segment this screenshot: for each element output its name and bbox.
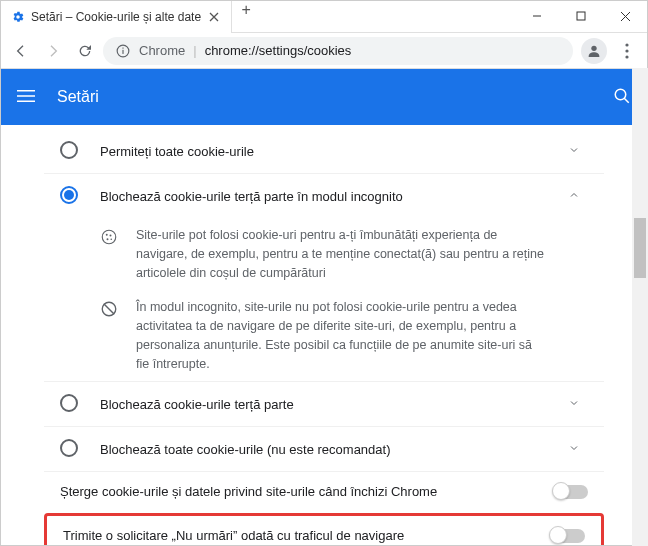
toggle-label: Trimite o solicitare „Nu urmări” odată c… bbox=[63, 528, 535, 543]
svg-point-17 bbox=[107, 238, 109, 240]
svg-rect-3 bbox=[122, 49, 123, 53]
omnibox-prefix: Chrome bbox=[139, 43, 185, 58]
svg-point-15 bbox=[106, 234, 108, 236]
svg-point-8 bbox=[625, 55, 628, 58]
minimize-button[interactable] bbox=[515, 1, 559, 31]
window-titlebar: Setări – Cookie-urile și alte date + bbox=[1, 1, 647, 33]
settings-header: Setări bbox=[1, 69, 647, 125]
close-tab-icon[interactable] bbox=[207, 10, 221, 24]
svg-point-16 bbox=[110, 235, 112, 237]
toggle-do-not-track[interactable]: Trimite o solicitare „Nu urmări” odată c… bbox=[47, 516, 601, 545]
page-title: Setări bbox=[57, 88, 593, 106]
profile-button[interactable] bbox=[581, 38, 607, 64]
radio-block-third-incognito[interactable]: Blochează cookie-urile terță parte în mo… bbox=[44, 173, 604, 218]
svg-rect-4 bbox=[122, 47, 123, 48]
chrome-menu-button[interactable] bbox=[613, 37, 641, 65]
toggle-switch[interactable] bbox=[554, 485, 588, 499]
block-icon bbox=[100, 298, 120, 321]
settings-content: Permiteți toate cookie-urile Blochează c… bbox=[1, 125, 647, 545]
svg-point-14 bbox=[102, 230, 116, 244]
radio-label: Blochează cookie-urile terță parte bbox=[100, 397, 548, 412]
svg-line-20 bbox=[104, 304, 115, 315]
browser-tab[interactable]: Setări – Cookie-urile și alte date bbox=[1, 1, 232, 33]
reload-button[interactable] bbox=[71, 37, 99, 65]
close-window-button[interactable] bbox=[603, 1, 647, 31]
window-controls bbox=[515, 1, 647, 31]
toggle-switch[interactable] bbox=[551, 529, 585, 543]
site-info-icon[interactable] bbox=[115, 43, 131, 59]
desc-block: În modul incognito, site-urile nu pot fo… bbox=[44, 290, 604, 381]
address-bar: Chrome | chrome://settings/cookies bbox=[1, 33, 647, 69]
desc-text: Site-urile pot folosi cookie-uri pentru … bbox=[136, 226, 588, 282]
gear-icon bbox=[11, 10, 25, 24]
svg-rect-1 bbox=[577, 12, 585, 20]
radio-block-all[interactable]: Blochează toate cookie-urile (nu este re… bbox=[44, 426, 604, 471]
svg-rect-10 bbox=[17, 95, 35, 97]
cookie-icon bbox=[100, 226, 120, 249]
svg-point-18 bbox=[110, 238, 112, 240]
svg-point-6 bbox=[625, 43, 628, 46]
back-button[interactable] bbox=[7, 37, 35, 65]
desc-cookie: Site-urile pot folosi cookie-uri pentru … bbox=[44, 218, 604, 290]
forward-button[interactable] bbox=[39, 37, 67, 65]
svg-rect-11 bbox=[17, 100, 35, 102]
toggle-label: Șterge cookie-urile și datele privind si… bbox=[60, 484, 538, 499]
new-tab-button[interactable]: + bbox=[232, 1, 260, 19]
toggle-clear-on-exit[interactable]: Șterge cookie-urile și datele privind si… bbox=[44, 471, 604, 511]
search-icon[interactable] bbox=[613, 87, 631, 108]
scrollbar-thumb[interactable] bbox=[634, 218, 646, 278]
chevron-down-icon bbox=[568, 397, 588, 412]
omnibox[interactable]: Chrome | chrome://settings/cookies bbox=[103, 37, 573, 65]
svg-point-7 bbox=[625, 49, 628, 52]
radio-label: Blochează cookie-urile terță parte în mo… bbox=[100, 189, 548, 204]
desc-text: În modul incognito, site-urile nu pot fo… bbox=[136, 298, 588, 373]
radio-label: Permiteți toate cookie-urile bbox=[100, 144, 548, 159]
tab-title: Setări – Cookie-urile și alte date bbox=[31, 10, 201, 24]
svg-rect-9 bbox=[17, 90, 35, 92]
scrollbar[interactable] bbox=[632, 68, 648, 546]
radio-block-third[interactable]: Blochează cookie-urile terță parte bbox=[44, 381, 604, 426]
omnibox-url: chrome://settings/cookies bbox=[205, 43, 352, 58]
maximize-button[interactable] bbox=[559, 1, 603, 31]
svg-point-5 bbox=[591, 45, 596, 50]
svg-line-13 bbox=[624, 98, 629, 103]
chevron-down-icon bbox=[568, 144, 588, 159]
menu-icon[interactable] bbox=[17, 87, 37, 108]
svg-point-12 bbox=[615, 89, 626, 100]
highlight-annotation: Trimite o solicitare „Nu urmări” odată c… bbox=[44, 513, 604, 545]
chevron-up-icon bbox=[568, 189, 588, 204]
radio-allow-all[interactable]: Permiteți toate cookie-urile bbox=[44, 129, 604, 173]
chevron-down-icon bbox=[568, 442, 588, 457]
radio-label: Blochează toate cookie-urile (nu este re… bbox=[100, 442, 548, 457]
